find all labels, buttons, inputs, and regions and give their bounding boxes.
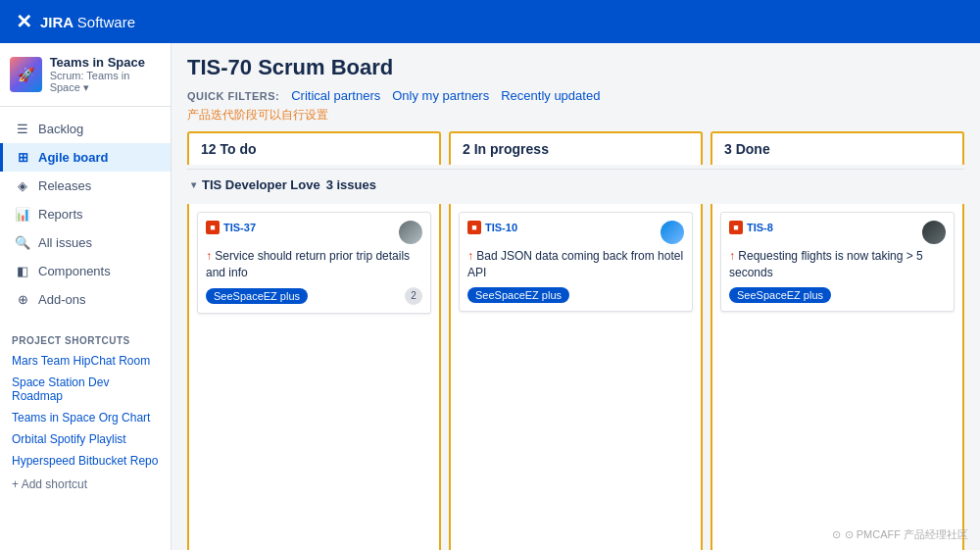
board-header: TIS-70 Scrum Board QUICK FILTERS: Critic… [172, 43, 980, 131]
board-title: TIS-70 Scrum Board [187, 55, 964, 80]
card-tag-tis10: SeeSpaceEZ plus [467, 287, 569, 303]
col-inprogress-lane1: ■ TIS-10 ↑ Bad JSON data coming back fro… [449, 204, 703, 550]
sidebar-item-all-issues[interactable]: 🔍 All issues [0, 228, 171, 257]
col-header-todo: 12 To do [187, 131, 441, 165]
status-icon-tis10: ■ [467, 221, 481, 234]
shortcut-mars[interactable]: Mars Team HipChat Room [0, 350, 171, 372]
collapse-icon-1[interactable]: ▾ [191, 179, 196, 190]
card-count-tis37: 2 [405, 287, 422, 305]
sidebar-item-agile-board[interactable]: ⊞ Agile board [0, 143, 171, 172]
sidebar-label-backlog: Backlog [38, 122, 83, 136]
main-content: TIS-70 Scrum Board QUICK FILTERS: Critic… [172, 43, 980, 550]
filter-only-my[interactable]: Only my partners [392, 88, 489, 103]
shortcut-org[interactable]: Teams in Space Org Chart [0, 407, 171, 428]
shortcut-bitbucket[interactable]: Hyperspeed Bitbucket Repo [0, 450, 171, 472]
card-title-tis37: ↑ Service should return prior trip detai… [206, 248, 422, 281]
project-sub[interactable]: Scrum: Teams in Space ▾ [50, 70, 161, 94]
project-name: Teams in Space [50, 55, 161, 70]
sidebar: 🚀 Teams in Space Scrum: Teams in Space ▾… [0, 43, 172, 550]
jira-x-icon: ✕ [16, 10, 32, 33]
releases-icon: ◈ [15, 178, 30, 193]
card-id-tis8[interactable]: ■ TIS-8 [729, 221, 773, 234]
card-title-tis10: ↑ Bad JSON data coming back from hotel A… [467, 248, 684, 281]
agile-board-icon: ⊞ [15, 150, 30, 165]
card-footer-tis10: SeeSpaceEZ plus [467, 287, 684, 303]
card-footer-tis8: SeeSpaceEZ plus [729, 287, 946, 303]
col-header-inprogress: 2 In progress [449, 131, 703, 165]
watermark-icon: ⊙ [832, 528, 841, 541]
sidebar-label-components: Components [38, 264, 111, 278]
all-issues-icon: 🔍 [15, 235, 30, 250]
sidebar-item-components[interactable]: ◧ Components [0, 257, 171, 285]
sidebar-item-releases[interactable]: ◈ Releases [0, 172, 171, 200]
quick-filters: QUICK FILTERS: Critical partners Only my… [187, 88, 964, 103]
col-todo-lane1: ■ TIS-37 ↑ Service should return prior t… [187, 204, 441, 550]
sidebar-item-addons[interactable]: ⊕ Add-ons [0, 285, 171, 314]
avatar-tis37 [399, 221, 422, 244]
sidebar-label-agile-board: Agile board [38, 150, 109, 165]
card-tis-10: ■ TIS-10 ↑ Bad JSON data coming back fro… [459, 212, 693, 312]
sidebar-label-addons: Add-ons [38, 292, 85, 307]
shortcut-spotify[interactable]: Orbital Spotify Playlist [0, 428, 171, 450]
card-title-tis8: ↑ Requesting flights is now taking > 5 s… [729, 248, 946, 281]
filter-recently[interactable]: Recently updated [501, 88, 600, 103]
project-shortcuts-label: PROJECT SHORTCUTS [0, 322, 171, 350]
card-tis-37: ■ TIS-37 ↑ Service should return prior t… [197, 212, 431, 314]
card-id-tis10[interactable]: ■ TIS-10 [467, 221, 517, 234]
quick-filters-label: QUICK FILTERS: [187, 90, 279, 102]
sidebar-item-backlog[interactable]: ☰ Backlog [0, 115, 171, 143]
reports-icon: 📊 [15, 207, 30, 222]
logo: ✕ JIRA Software [16, 10, 135, 33]
card-tag-tis37: SeeSpaceEZ plus [206, 288, 308, 304]
board-columns: ▾ TIS Developer Love 3 issues ■ TIS-37 [187, 165, 964, 550]
avatar-tis10 [661, 221, 684, 244]
sidebar-label-releases: Releases [38, 178, 91, 193]
shortcut-station[interactable]: Space Station Dev Roadmap [0, 372, 171, 407]
status-icon-tis8: ■ [729, 221, 743, 234]
sidebar-label-all-issues: All issues [38, 235, 92, 250]
swimlane-title-1: TIS Developer Love [202, 177, 320, 192]
card-tis-8: ■ TIS-8 ↑ Requesting flights is now taki… [720, 212, 955, 312]
watermark: ⊙ ⊙ PMCAFF 产品经理社区 [832, 527, 968, 542]
components-icon: ◧ [15, 264, 30, 278]
filter-critical[interactable]: Critical partners [291, 88, 380, 103]
board-body: ▾ TIS Developer Love 3 issues ■ TIS-37 [172, 165, 980, 550]
swimlane-count-1: 3 issues [326, 177, 376, 192]
card-tag-tis8: SeeSpaceEZ plus [729, 287, 831, 303]
sidebar-item-reports[interactable]: 📊 Reports [0, 200, 171, 228]
watermark-text: ⊙ PMCAFF 产品经理社区 [845, 527, 968, 542]
addons-icon: ⊕ [15, 292, 30, 307]
board-notice: 产品迭代阶段可以自行设置 [187, 107, 964, 124]
app-name: JIRA Software [40, 14, 135, 30]
card-footer-tis37: SeeSpaceEZ plus 2 [206, 287, 422, 305]
sidebar-nav: ☰ Backlog ⊞ Agile board ◈ Releases 📊 Rep… [0, 107, 171, 322]
project-header[interactable]: 🚀 Teams in Space Scrum: Teams in Space ▾ [0, 43, 171, 107]
col-done-lane1: ■ TIS-8 ↑ Requesting flights is now taki… [710, 204, 964, 550]
add-shortcut-button[interactable]: + Add shortcut [0, 472, 171, 497]
avatar-tis8 [922, 221, 946, 244]
card-id-tis37[interactable]: ■ TIS-37 [206, 221, 256, 234]
col-header-done: 3 Done [710, 131, 964, 165]
board-columns-header: 12 To do 2 In progress 3 Done [172, 131, 980, 165]
top-nav: ✕ JIRA Software [0, 0, 980, 43]
backlog-icon: ☰ [15, 122, 30, 136]
swimlane-header-developer-love: ▾ TIS Developer Love 3 issues [187, 169, 964, 196]
project-avatar: 🚀 [10, 57, 42, 92]
sidebar-label-reports: Reports [38, 207, 83, 222]
status-icon-tis37: ■ [206, 221, 220, 234]
